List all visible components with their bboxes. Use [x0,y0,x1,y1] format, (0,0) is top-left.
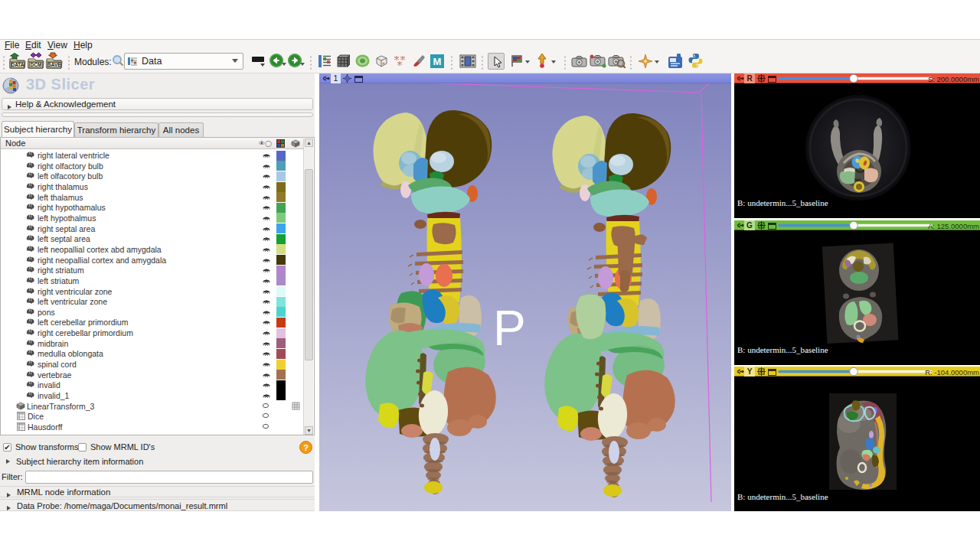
svg-text:P: P [493,301,526,356]
svg-text:SAVE: SAVE [47,62,61,67]
svg-text:DCM: DCM [31,62,42,67]
svg-text:?: ? [303,443,309,452]
svg-text:M: M [433,56,442,67]
svg-text:DATA: DATA [11,62,24,67]
